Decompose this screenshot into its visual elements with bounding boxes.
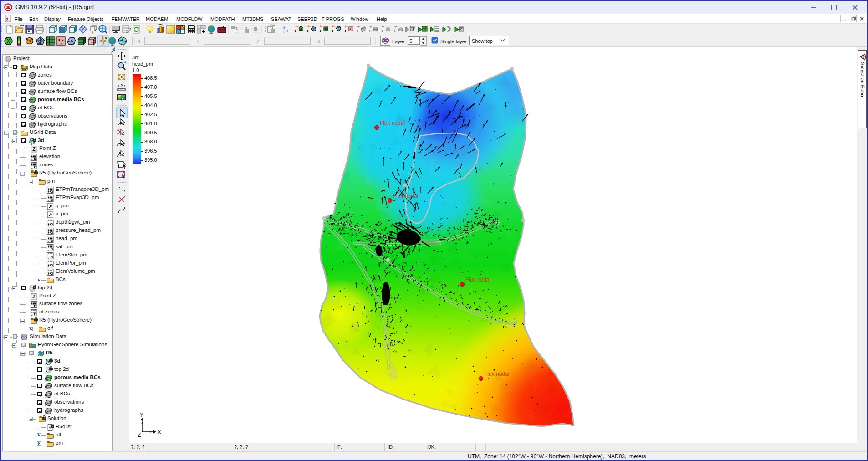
svg-text:Flux nodal: Flux nodal <box>465 277 490 283</box>
svg-text:Flux nodal: Flux nodal <box>484 371 509 377</box>
svg-text:Flux nodal: Flux nodal <box>380 120 405 126</box>
svg-text:N: N <box>105 36 107 40</box>
svg-text:Flux nodal: Flux nodal <box>393 193 418 199</box>
svg-text:Y: Y <box>140 412 143 418</box>
svg-text:?: ? <box>120 83 123 88</box>
svg-text:X: X <box>158 429 161 435</box>
svg-text:Z: Z <box>138 432 141 438</box>
svg-text:Z: Z <box>32 146 36 152</box>
svg-text:Z: Z <box>32 294 36 299</box>
